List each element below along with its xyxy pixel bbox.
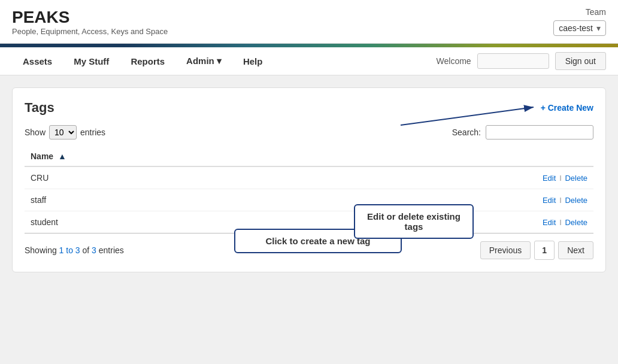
- previous-button[interactable]: Previous: [480, 241, 531, 259]
- search-input[interactable]: [486, 125, 593, 139]
- nav-links: Assets My Stuff Reports Admin ▾ Help: [12, 47, 273, 75]
- team-value: caes-test: [559, 23, 593, 33]
- top-header: PEAKS People, Equipment, Access, Keys an…: [0, 0, 618, 44]
- action-separator: I: [559, 196, 564, 205]
- table-footer: Showing 1 to 3 of 3 entries Previous 1 N…: [25, 241, 593, 260]
- nav-help[interactable]: Help: [232, 48, 274, 75]
- sign-out-button[interactable]: Sign out: [555, 52, 606, 70]
- table-header-row: Name ▲: [25, 147, 593, 166]
- showing-prefix: Showing: [25, 245, 59, 255]
- delete-link[interactable]: Delete: [565, 196, 587, 205]
- logo-area: PEAKS People, Equipment, Access, Keys an…: [12, 8, 168, 36]
- nav-admin[interactable]: Admin ▾: [175, 47, 232, 75]
- show-entries: Show 10 25 50 entries: [25, 125, 105, 139]
- tag-actions-cell: Edit I Delete: [284, 166, 593, 189]
- delete-link[interactable]: Delete: [565, 218, 587, 227]
- edit-link[interactable]: Edit: [543, 218, 556, 227]
- action-separator: I: [559, 218, 564, 227]
- search-label: Search:: [452, 128, 481, 137]
- showing-text: Showing 1 to 3 of 3 entries: [25, 245, 124, 255]
- name-column-header[interactable]: Name ▲: [25, 147, 284, 166]
- welcome-text: Welcome: [437, 56, 471, 66]
- next-button[interactable]: Next: [558, 241, 593, 259]
- nav-assets[interactable]: Assets: [12, 48, 63, 75]
- entries-select[interactable]: 10 25 50: [49, 125, 77, 139]
- showing-range: 1 to 3: [59, 245, 80, 255]
- edit-link[interactable]: Edit: [543, 174, 556, 183]
- tag-name-cell: staff: [25, 189, 284, 211]
- username-display: [477, 53, 549, 69]
- tags-header: Tags + Create New: [25, 100, 593, 116]
- nav-reports[interactable]: Reports: [120, 48, 175, 75]
- tag-actions-cell: Edit I Delete: [284, 211, 593, 233]
- showing-total: 3: [92, 245, 96, 255]
- nav-my-stuff[interactable]: My Stuff: [63, 48, 120, 75]
- create-new-button[interactable]: + Create New: [541, 103, 593, 113]
- edit-link[interactable]: Edit: [543, 196, 556, 205]
- page-title: Tags: [25, 100, 54, 116]
- search-area: Search:: [452, 125, 593, 139]
- nav-bar: Assets My Stuff Reports Admin ▾ Help Wel…: [0, 47, 618, 75]
- tags-table: Name ▲ CRU Edit I Delete staff Edit I De…: [25, 147, 593, 233]
- show-label: Show: [25, 128, 46, 137]
- table-row: CRU Edit I Delete: [25, 166, 593, 189]
- sort-icon: ▲: [58, 151, 66, 161]
- showing-of: of: [83, 245, 92, 255]
- page-number: 1: [534, 241, 555, 260]
- delete-link[interactable]: Delete: [565, 174, 587, 183]
- app-subtitle: People, Equipment, Access, Keys and Spac…: [12, 27, 168, 36]
- tag-name-cell: student: [25, 211, 284, 233]
- pagination: Previous 1 Next: [480, 241, 593, 260]
- showing-suffix: entries: [99, 245, 124, 255]
- tag-name-cell: CRU: [25, 166, 284, 189]
- tag-actions-cell: Edit I Delete: [284, 189, 593, 211]
- tags-card: Tags + Create New Show 10 25 50 entries …: [12, 87, 606, 272]
- table-controls: Show 10 25 50 entries Search:: [25, 125, 593, 139]
- app-title: PEAKS: [12, 8, 168, 27]
- chevron-down-icon: ▾: [596, 23, 601, 33]
- team-area: Team caes-test ▾: [553, 7, 606, 36]
- actions-column-header: [284, 147, 593, 166]
- main-content: Tags + Create New Show 10 25 50 entries …: [0, 75, 618, 284]
- entries-label: entries: [80, 128, 105, 137]
- table-row: staff Edit I Delete: [25, 189, 593, 211]
- team-selector[interactable]: caes-test ▾: [553, 20, 606, 36]
- table-row: student Edit I Delete: [25, 211, 593, 233]
- nav-right: Welcome Sign out: [437, 52, 606, 70]
- action-separator: I: [559, 174, 564, 183]
- team-label: Team: [586, 7, 606, 17]
